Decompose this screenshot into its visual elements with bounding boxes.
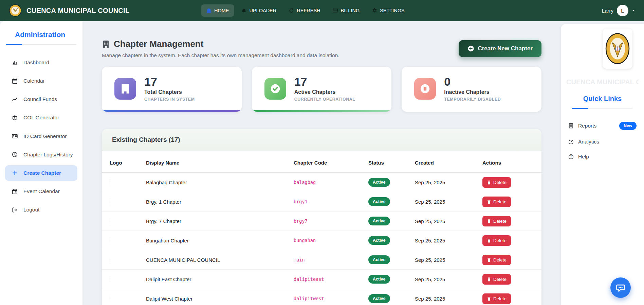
delete-button[interactable]: Delete bbox=[482, 274, 511, 285]
page-title: Chapter Management bbox=[102, 39, 339, 49]
sidebar-item-label: ID Card Generator bbox=[23, 133, 67, 140]
column-header-logo: Logo bbox=[110, 160, 146, 166]
sidebar-item-label: Event Calendar bbox=[23, 188, 60, 195]
stat-sublabel: CURRENTLY OPERATIONAL bbox=[294, 97, 355, 102]
nav-item-billing[interactable]: BILLING bbox=[328, 4, 365, 17]
user-menu[interactable]: Larry L bbox=[602, 5, 635, 16]
sidebar-item-event-calendar[interactable]: Event Calendar bbox=[5, 184, 77, 199]
create-new-chapter-button[interactable]: Create New Chapter bbox=[459, 40, 541, 57]
table-row: Dalipit West Chapter dalipitwest Active … bbox=[102, 289, 541, 305]
sidebar-item-calendar[interactable]: Calendar bbox=[5, 73, 77, 89]
created-date: Sep 25, 2025 bbox=[415, 238, 482, 243]
main-content: Chapter Management Manage chapters in th… bbox=[82, 21, 561, 305]
created-date: Sep 25, 2025 bbox=[415, 199, 482, 205]
trash-icon bbox=[487, 296, 491, 301]
sidebar-item-col-generator[interactable]: COL Generator bbox=[5, 110, 77, 125]
chapter-code: brgy1 bbox=[294, 199, 368, 204]
nav-item-refresh[interactable]: REFRESH bbox=[283, 4, 325, 17]
plus-icon bbox=[12, 170, 18, 176]
nav-item-label: HOME bbox=[214, 8, 229, 13]
sidebar-item-chapter-logs-history[interactable]: Chapter Logs/History bbox=[5, 147, 77, 163]
chapter-code: dalipiteast bbox=[294, 276, 368, 282]
calendar-icon bbox=[12, 78, 18, 84]
chapter-logo bbox=[110, 218, 110, 224]
delete-button[interactable]: Delete bbox=[482, 293, 511, 304]
avatar[interactable]: L bbox=[617, 5, 628, 16]
trash-icon bbox=[487, 180, 491, 185]
stat-card-total-chapters: 17 Total Chapters CHAPTERS IN SYSTEM bbox=[102, 67, 242, 112]
stat-card-inactive-chapters: 0 Inactive Chapters TEMPORARILY DISABLED bbox=[402, 67, 541, 112]
org-name: CUENCA MUNICIPAL COUNCIL bbox=[566, 78, 639, 86]
sidebar-divider bbox=[6, 44, 76, 45]
table-body: Balagbag Chapter balagbag Active Sep 25,… bbox=[102, 173, 541, 305]
stat-card-active-chapters: 17 Active Chapters CURRENTLY OPERATIONAL bbox=[252, 67, 392, 112]
status-badge: Active bbox=[368, 236, 390, 245]
stat-value: 17 bbox=[144, 75, 195, 88]
quick-links-divider bbox=[572, 108, 632, 108]
nav-item-uploader[interactable]: UPLOADER bbox=[236, 4, 281, 17]
building-icon bbox=[102, 40, 110, 48]
admin-sidebar: Administration Dashboard Calendar Counci… bbox=[0, 21, 82, 305]
stat-progress-bar bbox=[252, 110, 392, 112]
quick-link-help[interactable]: ? Help bbox=[566, 149, 639, 164]
nav-item-label: BILLING bbox=[341, 8, 360, 13]
table-row: Dalipit East Chapter dalipiteast Active … bbox=[102, 270, 541, 289]
created-date: Sep 25, 2025 bbox=[415, 296, 482, 302]
status-badge: Active bbox=[368, 255, 390, 264]
chapter-display-name: Dalipit West Chapter bbox=[146, 296, 294, 302]
stat-value: 17 bbox=[294, 75, 355, 88]
created-date: Sep 25, 2025 bbox=[415, 276, 482, 282]
nav-item-home[interactable]: HOME bbox=[201, 4, 234, 17]
chapter-logo bbox=[110, 179, 110, 185]
nav-item-settings[interactable]: SETTINGS bbox=[367, 4, 410, 17]
delete-button[interactable]: Delete bbox=[482, 197, 511, 207]
quick-link-analytics[interactable]: Analytics bbox=[566, 134, 639, 149]
plus-circle-icon bbox=[467, 45, 474, 52]
delete-button[interactable]: Delete bbox=[482, 216, 511, 226]
status-badge: Active bbox=[368, 217, 390, 225]
page-subtitle: Manage chapters in the system. Each chap… bbox=[102, 52, 339, 58]
top-navbar: CUENCA MUNICIPAL COUNCIL HOME UPLOADER R… bbox=[0, 0, 644, 21]
delete-button[interactable]: Delete bbox=[482, 177, 511, 188]
stat-value: 0 bbox=[444, 75, 501, 88]
chat-bubble-icon bbox=[616, 283, 625, 292]
table-row: Bungahan Chapter bungahan Active Sep 25,… bbox=[102, 231, 541, 250]
council-seal-image bbox=[603, 29, 632, 69]
created-date: Sep 25, 2025 bbox=[415, 257, 482, 263]
logout-icon bbox=[12, 207, 18, 213]
quick-link-reports[interactable]: Reports New bbox=[566, 117, 639, 134]
delete-button[interactable]: Delete bbox=[482, 255, 511, 265]
question-circle-icon: ? bbox=[568, 154, 574, 159]
home-icon bbox=[206, 8, 211, 13]
nav-item-label: SETTINGS bbox=[380, 8, 405, 13]
column-header-status: Status bbox=[368, 160, 415, 166]
sidebar-title: Administration bbox=[15, 31, 82, 39]
calendar-event-icon bbox=[12, 189, 18, 194]
nav-item-label: UPLOADER bbox=[249, 8, 276, 13]
sidebar-item-logout[interactable]: Logout bbox=[5, 202, 77, 218]
sidebar-item-council-funds[interactable]: Council Funds bbox=[5, 91, 77, 107]
sidebar-item-create-chapter[interactable]: Create Chapter bbox=[5, 165, 77, 181]
sidebar-item-id-card-generator[interactable]: ID Card Generator bbox=[5, 129, 77, 144]
stat-label: Inactive Chapters bbox=[444, 89, 501, 95]
quick-links-list: Reports New Analytics ? Help bbox=[566, 117, 639, 164]
pause-circle-icon bbox=[420, 83, 430, 94]
chapter-code: bungahan bbox=[294, 238, 368, 243]
sidebar-item-label: Logout bbox=[23, 206, 39, 213]
quick-link-label: Help bbox=[578, 154, 589, 160]
quick-links-sidebar: CUENCA MUNICIPAL COUNCIL Quick Links Rep… bbox=[561, 24, 644, 305]
gear-icon bbox=[372, 8, 377, 13]
column-header-name: Display Name bbox=[146, 160, 294, 166]
column-header-code: Chapter Code bbox=[294, 160, 368, 166]
stat-progress-bar bbox=[102, 110, 242, 112]
chat-fab-button[interactable] bbox=[610, 277, 631, 298]
file-text-icon bbox=[568, 123, 574, 129]
sidebar-item-dashboard[interactable]: Dashboard bbox=[5, 55, 77, 70]
stat-sublabel: CHAPTERS IN SYSTEM bbox=[144, 97, 195, 102]
svg-text:?: ? bbox=[570, 155, 572, 158]
sidebar-nav: Dashboard Calendar Council Funds COL Gen… bbox=[0, 55, 82, 218]
sidebar-item-label: COL Generator bbox=[23, 114, 59, 121]
stat-sublabel: TEMPORARILY DISABLED bbox=[444, 97, 501, 102]
box-icon bbox=[12, 115, 18, 121]
delete-button[interactable]: Delete bbox=[482, 235, 511, 246]
